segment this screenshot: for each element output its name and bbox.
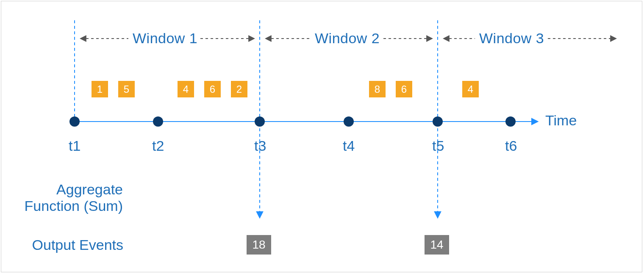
aggregate-line1: Aggregate: [56, 181, 123, 197]
event-box: 5: [118, 81, 135, 97]
svg-point-11: [153, 116, 163, 127]
tick-t3: t3: [254, 138, 266, 154]
time-axis-label: Time: [545, 112, 577, 129]
aggregate-line2: Function (Sum): [25, 198, 123, 214]
tick-t2: t2: [152, 138, 164, 154]
event-box: 6: [204, 81, 221, 97]
window-1-label: Window 1: [133, 30, 197, 47]
event-box: 2: [231, 81, 247, 97]
tick-t4: t4: [343, 138, 355, 154]
svg-point-13: [344, 116, 354, 127]
output-box: 18: [247, 235, 271, 255]
event-box: 8: [369, 81, 386, 97]
svg-point-12: [255, 116, 265, 127]
event-box: 6: [396, 81, 412, 97]
tick-t5: t5: [432, 138, 444, 154]
output-events-label: Output Events: [30, 237, 123, 253]
tick-t6: t6: [505, 138, 517, 154]
window-2-label: Window 2: [315, 30, 380, 47]
tick-t1: t1: [69, 138, 80, 154]
aggregate-function-label: Aggregate Function (Sum): [20, 181, 123, 214]
event-box: 1: [92, 81, 108, 97]
svg-point-15: [505, 116, 516, 127]
output-box: 14: [425, 235, 449, 255]
window-3-label: Window 3: [479, 30, 544, 47]
event-box: 4: [178, 81, 194, 97]
diagram-frame: Window 1 Window 2 Window 3 1 5 4 6 2 8 6…: [1, 1, 642, 272]
event-box: 4: [462, 81, 479, 97]
svg-point-10: [69, 116, 80, 127]
svg-point-14: [433, 116, 443, 127]
